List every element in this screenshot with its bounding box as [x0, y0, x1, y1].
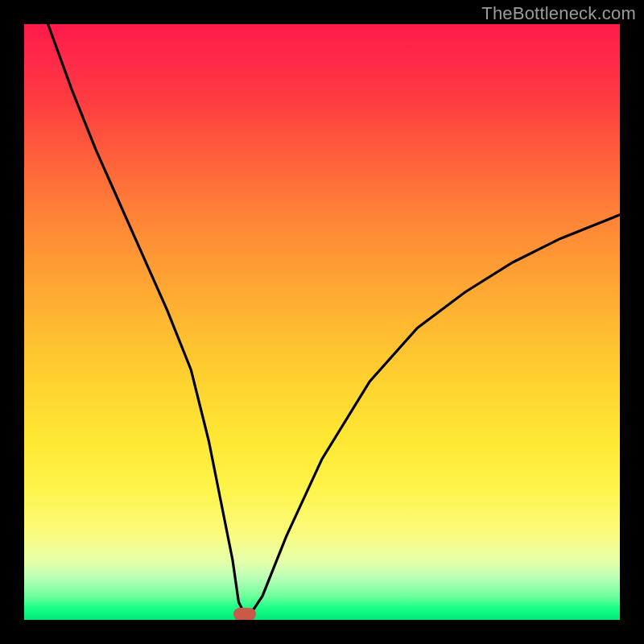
curve-layer	[24, 24, 620, 620]
optimal-marker	[233, 608, 256, 620]
watermark-text: TheBottleneck.com	[481, 3, 636, 24]
plot-area	[24, 24, 620, 620]
outer-frame: TheBottleneck.com	[0, 0, 644, 644]
bottleneck-curve	[48, 24, 620, 614]
